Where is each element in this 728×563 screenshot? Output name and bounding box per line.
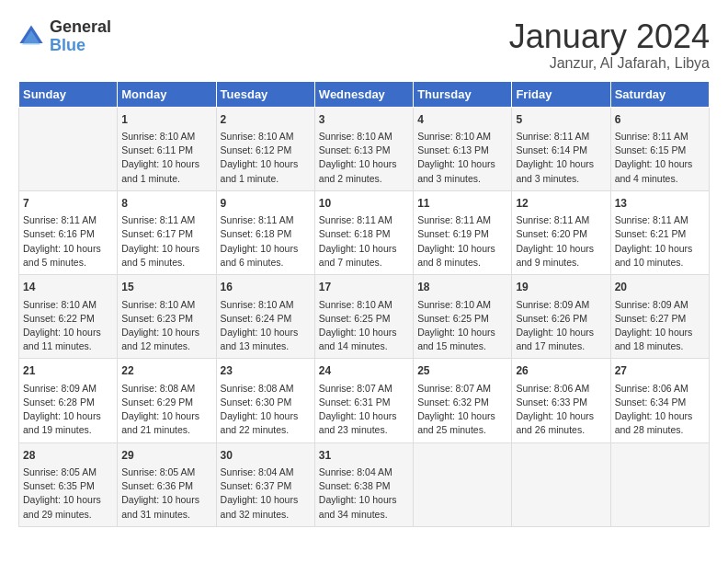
calendar-cell: 17Sunrise: 8:10 AMSunset: 6:25 PMDayligh… [314,275,413,359]
calendar-day-header: Saturday [610,81,709,107]
calendar-cell: 10Sunrise: 8:11 AMSunset: 6:18 PMDayligh… [314,190,413,274]
calendar-day-header: Thursday [414,81,512,107]
day-number: 25 [417,363,507,379]
calendar-cell: 9Sunrise: 8:11 AMSunset: 6:18 PMDaylight… [216,190,314,274]
calendar-cell [610,442,709,526]
day-number: 11 [417,196,507,212]
calendar-header-row: SundayMondayTuesdayWednesdayThursdayFrid… [19,81,710,107]
day-number: 2 [221,112,311,128]
calendar-cell: 5Sunrise: 8:11 AMSunset: 6:14 PMDaylight… [512,107,610,190]
calendar-day-header: Sunday [19,81,118,107]
calendar-week-row: 21Sunrise: 8:09 AMSunset: 6:28 PMDayligh… [19,359,710,442]
day-number: 20 [615,280,705,295]
calendar-cell: 7Sunrise: 8:11 AMSunset: 6:16 PMDaylight… [19,190,118,274]
calendar-day-header: Monday [118,81,216,107]
calendar-cell: 26Sunrise: 8:06 AMSunset: 6:33 PMDayligh… [512,359,610,442]
calendar-day-header: Wednesday [314,81,413,107]
calendar-cell: 1Sunrise: 8:10 AMSunset: 6:11 PMDaylight… [118,107,216,190]
logo-icon [18,24,44,50]
calendar-cell: 12Sunrise: 8:11 AMSunset: 6:20 PMDayligh… [512,190,610,274]
calendar-cell: 4Sunrise: 8:10 AMSunset: 6:13 PMDaylight… [414,107,512,190]
calendar-week-row: 28Sunrise: 8:05 AMSunset: 6:35 PMDayligh… [19,442,710,526]
calendar-cell: 14Sunrise: 8:10 AMSunset: 6:22 PMDayligh… [19,275,118,359]
day-number: 24 [319,363,409,379]
day-number: 15 [121,280,211,295]
calendar-day-header: Friday [512,81,610,107]
day-number: 17 [319,280,409,295]
calendar-cell: 23Sunrise: 8:08 AMSunset: 6:30 PMDayligh… [216,359,314,442]
logo: General Blue [18,18,111,55]
day-number: 30 [221,448,311,464]
day-number: 1 [121,112,211,128]
main-title: January 2024 [509,18,710,55]
calendar-day-header: Tuesday [216,81,314,107]
day-number: 23 [221,363,311,379]
calendar-cell: 6Sunrise: 8:11 AMSunset: 6:15 PMDaylight… [610,107,709,190]
day-number: 18 [417,280,507,295]
day-number: 19 [516,280,606,295]
calendar-table: SundayMondayTuesdayWednesdayThursdayFrid… [18,81,710,527]
day-number: 5 [516,112,606,128]
calendar-cell: 31Sunrise: 8:04 AMSunset: 6:38 PMDayligh… [314,442,413,526]
day-number: 3 [319,112,409,128]
day-number: 6 [615,112,705,128]
day-number: 9 [221,196,311,212]
day-number: 14 [23,280,113,295]
logo-blue: Blue [50,36,85,54]
calendar-cell: 21Sunrise: 8:09 AMSunset: 6:28 PMDayligh… [19,359,118,442]
calendar-cell: 2Sunrise: 8:10 AMSunset: 6:12 PMDaylight… [216,107,314,190]
day-number: 12 [516,196,606,212]
calendar-cell [414,442,512,526]
day-number: 7 [23,196,113,212]
day-number: 21 [23,363,113,379]
day-number: 16 [221,280,311,295]
calendar-cell: 11Sunrise: 8:11 AMSunset: 6:19 PMDayligh… [414,190,512,274]
day-number: 13 [615,196,705,212]
day-number: 4 [417,112,507,128]
day-number: 10 [319,196,409,212]
calendar-cell: 19Sunrise: 8:09 AMSunset: 6:26 PMDayligh… [512,275,610,359]
calendar-cell: 25Sunrise: 8:07 AMSunset: 6:32 PMDayligh… [414,359,512,442]
calendar-cell: 22Sunrise: 8:08 AMSunset: 6:29 PMDayligh… [118,359,216,442]
calendar-cell: 15Sunrise: 8:10 AMSunset: 6:23 PMDayligh… [118,275,216,359]
calendar-cell [19,107,118,190]
calendar-cell: 27Sunrise: 8:06 AMSunset: 6:34 PMDayligh… [610,359,709,442]
calendar-week-row: 14Sunrise: 8:10 AMSunset: 6:22 PMDayligh… [19,275,710,359]
day-number: 28 [23,448,113,464]
logo-general: General [50,17,111,36]
calendar-cell: 16Sunrise: 8:10 AMSunset: 6:24 PMDayligh… [216,275,314,359]
title-block: January 2024 Janzur, Al Jafarah, Libya [509,18,710,72]
day-number: 22 [121,363,211,379]
day-number: 31 [319,448,409,464]
day-number: 26 [516,363,606,379]
calendar-cell: 24Sunrise: 8:07 AMSunset: 6:31 PMDayligh… [314,359,413,442]
calendar-week-row: 7Sunrise: 8:11 AMSunset: 6:16 PMDaylight… [19,190,710,274]
day-number: 8 [121,196,211,212]
calendar-cell: 29Sunrise: 8:05 AMSunset: 6:36 PMDayligh… [118,442,216,526]
calendar-cell: 30Sunrise: 8:04 AMSunset: 6:37 PMDayligh… [216,442,314,526]
calendar-cell: 18Sunrise: 8:10 AMSunset: 6:25 PMDayligh… [414,275,512,359]
logo-text: General Blue [50,18,111,55]
page-header: General Blue January 2024 Janzur, Al Jaf… [18,18,710,72]
calendar-cell: 28Sunrise: 8:05 AMSunset: 6:35 PMDayligh… [19,442,118,526]
day-number: 27 [615,363,705,379]
calendar-cell: 13Sunrise: 8:11 AMSunset: 6:21 PMDayligh… [610,190,709,274]
calendar-week-row: 1Sunrise: 8:10 AMSunset: 6:11 PMDaylight… [19,107,710,190]
calendar-cell [512,442,610,526]
calendar-cell: 8Sunrise: 8:11 AMSunset: 6:17 PMDaylight… [118,190,216,274]
calendar-cell: 20Sunrise: 8:09 AMSunset: 6:27 PMDayligh… [610,275,709,359]
day-number: 29 [121,448,211,464]
subtitle: Janzur, Al Jafarah, Libya [509,55,710,72]
calendar-cell: 3Sunrise: 8:10 AMSunset: 6:13 PMDaylight… [314,107,413,190]
